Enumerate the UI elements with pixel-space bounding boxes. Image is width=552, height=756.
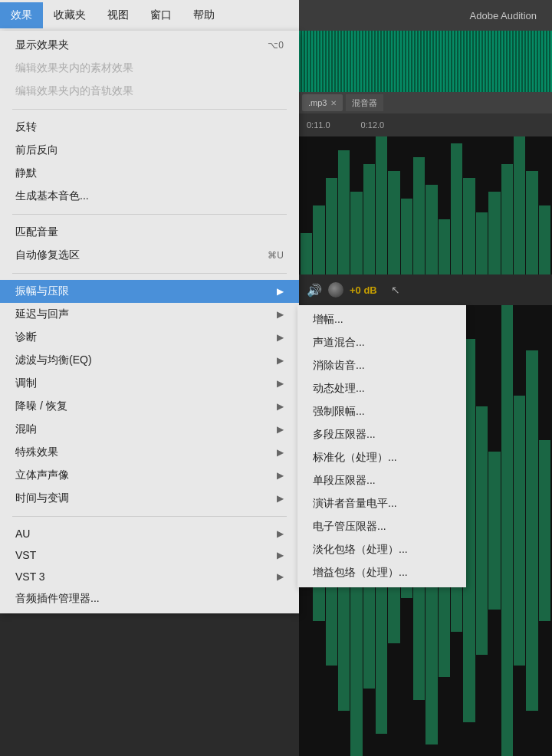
menu-item-label: VST <box>15 549 36 561</box>
menu-item-au[interactable]: AU ▶ <box>0 523 299 544</box>
wbar <box>514 136 525 274</box>
menu-item-invert[interactable]: 反转 <box>0 116 299 139</box>
menu-item-shortcut: ⌥0 <box>268 40 284 51</box>
submenu-item-speech-volume[interactable]: 演讲者音量电平... <box>297 492 466 515</box>
wbar <box>526 171 537 274</box>
wbar <box>426 185 437 274</box>
menu-item-edit-clip-effects: 编辑效果夹内的素材效果 <box>0 57 299 80</box>
submenu-item-multiband-compressor[interactable]: 多段压限器... <box>297 423 466 446</box>
wbar <box>363 164 375 274</box>
wbar <box>401 199 412 274</box>
menu-item-label: 显示效果夹 <box>15 38 69 52</box>
menu-item-shortcut: ⌘U <box>268 250 284 261</box>
menu-item-label: 静默 <box>15 166 37 180</box>
arrow-icon: ▶ <box>277 550 284 560</box>
timeline-ruler: 0:11.0 0:12.0 <box>299 113 552 136</box>
submenu-item-channel-mix[interactable]: 声道混合... <box>297 331 466 354</box>
file-tab-label: .mp3 <box>308 98 327 107</box>
waveform-bars <box>299 136 552 274</box>
arrow-icon: ▶ <box>277 355 284 366</box>
wbar <box>413 157 425 274</box>
wbar <box>514 396 525 666</box>
mixer-tab[interactable]: 混音器 <box>346 94 383 111</box>
menu-item-label: 振幅与压限 <box>15 284 69 298</box>
submenu-item-gain-envelope[interactable]: 增益包络（处理）... <box>297 561 466 584</box>
submenu-item-deesser[interactable]: 消除齿音... <box>297 354 466 377</box>
menu-item-label: 反转 <box>15 120 37 134</box>
wbar <box>350 192 362 274</box>
waveform-visual-top <box>299 31 552 92</box>
ruler-mark-2: 0:12.0 <box>361 120 385 130</box>
volume-icon: 🔊 <box>307 283 322 297</box>
db-display: +0 dB <box>350 284 377 296</box>
menu-item-label: 音频插件管理器... <box>15 592 100 606</box>
menu-item-noise-reduction[interactable]: 降噪 / 恢复 ▶ <box>0 395 299 418</box>
submenu-item-hard-limiter[interactable]: 强制限幅... <box>297 400 466 423</box>
menu-item-delay-reverb[interactable]: 延迟与回声 ▶ <box>0 303 299 326</box>
submenu-item-amplify[interactable]: 增幅... <box>297 308 466 331</box>
wbar <box>488 452 500 610</box>
menu-item-generate-tone[interactable]: 生成基本音色... <box>0 185 299 208</box>
menu-item-label: VST 3 <box>15 570 45 583</box>
wbar <box>501 305 513 756</box>
menu-item-silence[interactable]: 静默 <box>0 162 299 185</box>
menu-item-diagnostics[interactable]: 诊断 ▶ <box>0 326 299 349</box>
divider-1 <box>12 109 287 110</box>
menu-item-label: 降噪 / 恢复 <box>15 399 67 413</box>
menu-item-modulation[interactable]: 调制 ▶ <box>0 372 299 395</box>
menu-item-match-volume[interactable]: 匹配音量 <box>0 221 299 244</box>
menu-bar-item-help[interactable]: 帮助 <box>182 2 225 28</box>
tab-bar: .mp3 ✕ 混音器 <box>299 92 552 113</box>
menu-bar-item-window[interactable]: 窗口 <box>140 2 182 28</box>
menu-item-auto-heal[interactable]: 自动修复选区 ⌘U <box>0 244 299 267</box>
menu-item-stereo[interactable]: 立体声声像 ▶ <box>0 464 299 487</box>
arrow-icon: ▶ <box>277 528 284 539</box>
menu-item-reverse[interactable]: 前后反向 <box>0 139 299 162</box>
mixer-tab-label: 混音器 <box>352 97 377 109</box>
menu-item-show-effects[interactable]: 显示效果夹 ⌥0 <box>0 34 299 57</box>
tab-close-icon[interactable]: ✕ <box>330 99 337 107</box>
submenu-item-dynamics[interactable]: 动态处理... <box>297 377 466 400</box>
file-tab[interactable]: .mp3 ✕ <box>302 94 343 111</box>
menu-item-label: 混响 <box>15 422 37 436</box>
menu-item-vst[interactable]: VST ▶ <box>0 544 299 566</box>
menu-item-special-effects[interactable]: 特殊效果 ▶ <box>0 441 299 464</box>
main-menu: 显示效果夹 ⌥0 编辑效果夹内的素材效果 编辑效果夹内的音轨效果 反转 前后反向… <box>0 31 299 613</box>
menu-bar-item-favorites[interactable]: 收藏夹 <box>43 2 97 28</box>
wbar <box>476 212 488 274</box>
arrow-icon: ▶ <box>277 309 284 320</box>
menu-item-label: 自动修复选区 <box>15 248 80 262</box>
arrow-icon: ▶ <box>277 493 284 504</box>
arrow-icon: ▶ <box>277 470 284 481</box>
waveform-top <box>299 31 552 92</box>
arrow-icon: ▶ <box>277 447 284 458</box>
app-title: Adobe Audition <box>470 10 537 21</box>
waveform-main <box>299 136 552 274</box>
menu-item-label: 立体声声像 <box>15 468 69 482</box>
divider-2 <box>12 214 287 215</box>
menu-item-plugin-manager[interactable]: 音频插件管理器... <box>0 587 299 610</box>
submenu-item-fade-envelope[interactable]: 淡化包络（处理）... <box>297 538 466 561</box>
menu-item-time-pitch[interactable]: 时间与变调 ▶ <box>0 487 299 510</box>
submenu-item-single-band-compressor[interactable]: 单段压限器... <box>297 469 466 492</box>
menu-item-label: 时间与变调 <box>15 491 69 505</box>
menu-item-label: 调制 <box>15 376 37 390</box>
menu-item-filter-eq[interactable]: 滤波与均衡(EQ) ▶ <box>0 349 299 372</box>
menu-item-reverb[interactable]: 混响 ▶ <box>0 418 299 441</box>
menu-section-1: 显示效果夹 ⌥0 编辑效果夹内的素材效果 编辑效果夹内的音轨效果 <box>0 31 299 106</box>
wbar <box>539 440 550 620</box>
wbar <box>526 350 537 711</box>
menu-item-amplitude[interactable]: 振幅与压限 ▶ <box>0 280 299 303</box>
menu-item-vst3[interactable]: VST 3 ▶ <box>0 566 299 587</box>
menu-bar-item-view[interactable]: 视图 <box>97 2 140 28</box>
submenu-item-normalize[interactable]: 标准化（处理）... <box>297 446 466 469</box>
arrow-icon: ▶ <box>277 286 284 297</box>
arrow-icon: ▶ <box>277 571 284 582</box>
wbar <box>301 233 312 274</box>
menu-item-label: 特殊效果 <box>15 445 58 459</box>
menu-item-label: 延迟与回声 <box>15 307 69 321</box>
knob-icon <box>328 282 343 297</box>
wbar <box>463 178 475 274</box>
menu-bar-item-effects[interactable]: 效果 <box>0 2 43 28</box>
submenu-item-tube-compressor[interactable]: 电子管压限器... <box>297 515 466 538</box>
